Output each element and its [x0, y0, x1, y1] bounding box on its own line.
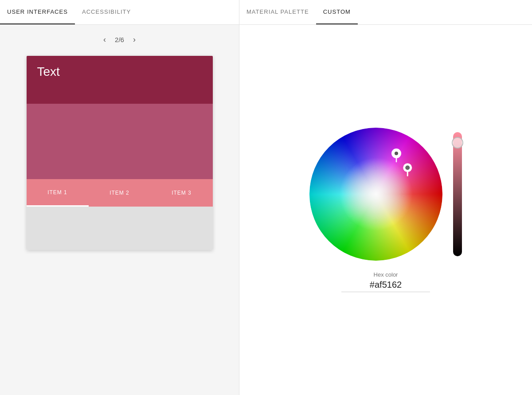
left-panel: ‹ 2/6 › Text ITEM 1 ITEM 2 ITEM 3	[0, 25, 239, 395]
card-nav: ITEM 1 ITEM 2 ITEM 3	[27, 179, 213, 207]
card-nav-item-2[interactable]: ITEM 2	[89, 179, 151, 207]
card-nav-item-1[interactable]: ITEM 1	[27, 179, 89, 207]
card-body	[27, 104, 213, 179]
tab-accessibility[interactable]: ACCESSIBILITY	[75, 0, 138, 24]
main-content: ‹ 2/6 › Text ITEM 1 ITEM 2 ITEM 3	[0, 25, 532, 395]
mock-ui-card: Text ITEM 1 ITEM 2 ITEM 3	[27, 56, 213, 250]
pagination-prev[interactable]: ‹	[102, 34, 108, 45]
card-footer	[27, 207, 213, 250]
color-wheel-canvas[interactable]	[309, 128, 442, 261]
tab-user-interfaces[interactable]: USER INTERFACES	[0, 0, 75, 24]
hex-color-section: Hex color #af5162	[341, 271, 430, 292]
color-wheel-container[interactable]	[309, 128, 442, 261]
pagination-display: 2/6	[115, 36, 124, 43]
hex-label: Hex color	[341, 271, 430, 278]
nav-right: MATERIAL PALETTE CUSTOM	[239, 0, 532, 24]
color-picker-area	[309, 128, 462, 261]
tab-custom[interactable]: CUSTOM	[316, 0, 358, 24]
nav-left: USER INTERFACES ACCESSIBILITY	[0, 0, 239, 24]
pagination: ‹ 2/6 ›	[102, 34, 137, 45]
card-nav-item-3[interactable]: ITEM 3	[151, 179, 213, 207]
brightness-slider[interactable]	[453, 132, 462, 256]
tab-material-palette[interactable]: MATERIAL PALETTE	[239, 0, 316, 24]
right-panel: Hex color #af5162	[239, 25, 532, 395]
card-header: Text	[27, 56, 213, 104]
card-header-text: Text	[37, 65, 202, 79]
pagination-next[interactable]: ›	[131, 34, 137, 45]
hex-value[interactable]: #af5162	[341, 280, 430, 292]
brightness-handle	[452, 137, 463, 149]
top-nav: USER INTERFACES ACCESSIBILITY MATERIAL P…	[0, 0, 532, 25]
